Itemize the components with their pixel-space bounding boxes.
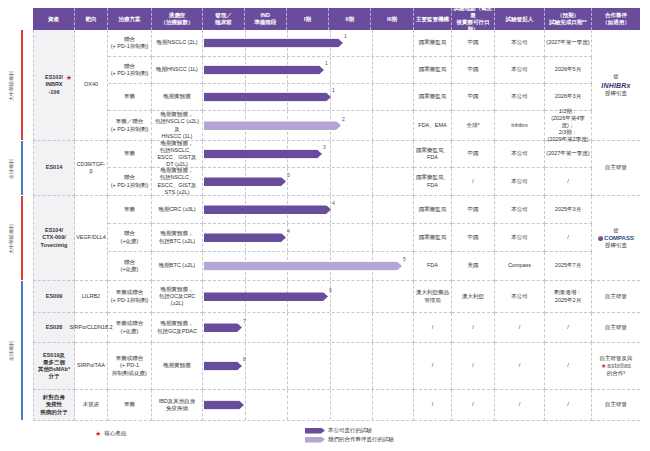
indication-cell: 晚期實體瘤 — [152, 343, 203, 390]
sponsor-cell: 本公司 — [495, 141, 545, 168]
asset-cell: ES014 — [33, 141, 75, 196]
legend-self-trial-label: 本公司進行的試驗 — [328, 427, 372, 434]
partner-cell: 自主研發 — [592, 390, 640, 421]
inhibrx-logo: INHIBRx — [601, 82, 630, 89]
phase-progress-cell: 4 — [203, 196, 414, 224]
partner-trial-bar-swatch — [305, 437, 325, 443]
regimen-cell: 聯合 (+ PD-1抑制劑) — [108, 57, 152, 84]
phase-progress-cell: 4 — [203, 224, 414, 252]
column-header-partner: 合作夥伴 （如適用） — [592, 8, 640, 30]
indication-cell: 晚期實體瘤， 包括NSCLC (≥2L)及 HNSCC (1L) — [152, 111, 203, 141]
bar-footnote-ref: 8 — [243, 356, 246, 363]
target-cell: OX40 — [75, 30, 108, 141]
trial-progress-bar — [204, 39, 343, 48]
bar-footnote-ref: 3 — [287, 172, 290, 179]
asset-name: ES014 — [46, 164, 63, 171]
rights-band-line — [21, 141, 23, 195]
partner-text: 自主研發及與 — [600, 355, 633, 362]
indication-cell: IBD及其他自身 免疫疾病 — [152, 390, 203, 421]
milestone-cell: 1/2期： (2026年第4季度)； 2/3期： (2029年第2季度) — [545, 111, 592, 141]
regulator-cell: 國家藥監局 — [414, 84, 452, 111]
sponsor-cell: / — [495, 313, 545, 343]
asset-name: 針對自身 免疫性 疾病的分子 — [40, 394, 68, 415]
milestone-cell: 2025年7月 — [545, 252, 592, 281]
bar-footnote-ref: 1 — [332, 87, 335, 94]
sponsor-cell: 本公司 — [495, 196, 545, 224]
regimen-cell: 單藥／聯合 (+ PD-1抑制劑) — [108, 111, 152, 141]
partner-cell: 自主研發 — [592, 313, 640, 343]
phase-progress-cell: 1 — [203, 57, 414, 84]
column-header-sponsor: 試驗發起人 — [495, 8, 545, 30]
rights-band-label: 全球權利 — [8, 341, 14, 361]
astellas-star-icon: ★ — [601, 363, 606, 369]
regulator-cell: FDA、EMA — [414, 111, 452, 141]
regimen-cell: 單藥或聯合 (+ PD-1抑制劑) — [108, 281, 152, 313]
milestone-cell: / — [545, 343, 592, 390]
compass-logo: COMPASS — [598, 235, 634, 241]
trial-bar-wrap: 3 — [204, 168, 413, 195]
column-header-phase-5: III期 — [371, 8, 413, 30]
astellas-logo: ★astellas — [601, 363, 631, 370]
partner-cell: 從COMPASS授權引進 — [592, 196, 640, 281]
phase-progress-cell: 7 — [203, 313, 414, 343]
partner-text: 的合作³ — [607, 370, 625, 377]
rights-band-line — [21, 281, 23, 420]
trial-progress-bar — [204, 177, 286, 186]
regimen-cell: 聯合 (+ PD-1抑制劑) — [108, 30, 152, 57]
indication-cell: 晚期CRC (≥3L) — [152, 196, 203, 224]
trial-progress-bar — [204, 362, 242, 371]
bar-footnote-ref: 1 — [344, 33, 347, 40]
legend-core-product-label: 核心產品 — [104, 430, 126, 437]
milestone-cell: (2027年第一季度) — [545, 30, 592, 57]
column-header-target: 靶向 — [75, 8, 108, 30]
regulator-cell: / — [414, 343, 452, 390]
milestone-cell: / — [545, 224, 592, 252]
phase-progress-cell: 8 — [203, 343, 414, 390]
location-cell: 中國 — [452, 84, 495, 111]
pipeline-page: 大中華區權利全球權利大中華區權利全球權利 資產靶向治療方案適應症 （治療線數）主… — [0, 0, 650, 451]
asset-name: ES009 — [46, 293, 63, 300]
target-cell: 未披露 — [75, 390, 108, 421]
legend-partner-trial-item: 我們的合作夥伴進行的試驗 — [305, 436, 394, 443]
sponsor-cell: 本公司 — [495, 57, 545, 84]
partner-cell: 自主研發及與★astellas的合作³ — [592, 343, 640, 390]
location-cell: / — [452, 313, 495, 343]
asset-cell: ES009 — [33, 281, 75, 313]
column-header-milestone: （預期） 試驗完成日期** — [545, 8, 592, 30]
trial-progress-bar — [204, 93, 331, 102]
phase-progress-cell — [203, 390, 414, 421]
indication-cell: 晚期BTC (≥2L) — [152, 252, 203, 281]
sponsor-cell: / — [495, 390, 545, 421]
location-cell: 中國 — [452, 196, 495, 224]
trial-progress-bar — [204, 292, 328, 301]
trial-bar-wrap: 4 — [204, 224, 413, 251]
regulator-cell: / — [414, 390, 452, 421]
column-header-location: 試驗地點（截至最 後實際可行日期） — [452, 8, 495, 30]
regimen-cell: 聯合 (+化療) — [108, 252, 152, 281]
indication-cell: 晚期實體瘤， 包括NSCLC、 ESCC、GIST及 DT (≥2L) — [152, 141, 203, 168]
core-product-star-icon: ★ — [66, 74, 72, 81]
indication-cell: 晚期NSCLC (2L) — [152, 30, 203, 57]
trial-progress-bar — [204, 150, 322, 159]
trial-progress-bar — [204, 323, 242, 332]
phase-progress-cell: 3 — [203, 168, 414, 196]
partner-cell: 自主研發 — [592, 281, 640, 313]
bar-footnote-ref: 4 — [332, 200, 335, 207]
self-trial-bar-swatch — [305, 428, 325, 434]
target-cell: VEGF/DLL4 — [75, 196, 108, 281]
trial-bar-wrap: 1 — [204, 30, 413, 56]
location-cell: / — [452, 390, 495, 421]
phase-progress-cell: 3 — [203, 141, 414, 168]
rights-band-label: 大中華區權利 — [8, 71, 14, 101]
trial-bar-wrap: 5 — [204, 252, 413, 280]
regulator-cell: FDA — [414, 252, 452, 281]
partner-cell: 從INHIBRx授權引進 — [592, 30, 640, 141]
rights-band-label: 大中華區權利 — [8, 224, 14, 254]
regimen-cell: 聯合 (+化療) — [108, 224, 152, 252]
asset-cell: ES104/ CTX-009/ Tovecimig — [33, 196, 75, 281]
indication-cell: 晚期實體瘤， 包括NSCLC、 ESCC、GIST及 STS (≥2L) — [152, 168, 203, 196]
legend-partner-trial-label: 我們的合作夥伴進行的試驗 — [328, 436, 394, 443]
phase-progress-cell: 2 — [203, 111, 414, 141]
partner-text: 自主研發 — [605, 293, 627, 300]
regulator-cell: 國家藥監局、 FDA — [414, 168, 452, 196]
